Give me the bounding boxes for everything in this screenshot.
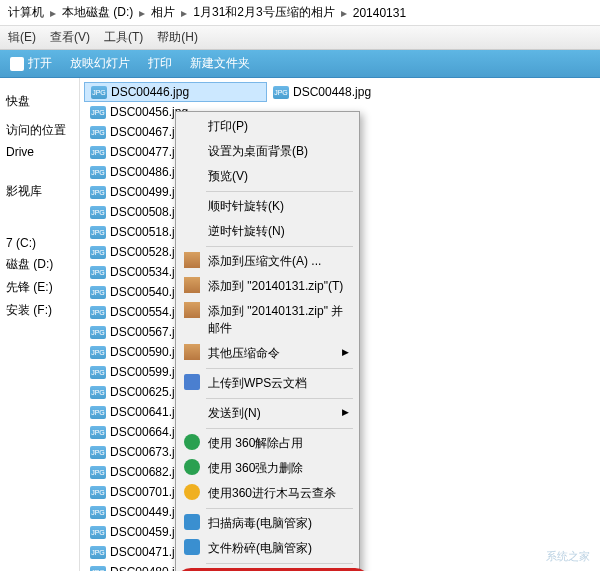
open-icon: [10, 57, 24, 71]
toolbar-slideshow[interactable]: 放映幻灯片: [70, 55, 130, 72]
toolbar: 打开 放映幻灯片 打印 新建文件夹: [0, 50, 600, 78]
menu-view[interactable]: 查看(V): [50, 29, 90, 46]
image-file-icon: JPG: [90, 406, 106, 419]
file-label: DSC00446.jpg: [111, 85, 189, 99]
image-file-icon: JPG: [90, 146, 106, 159]
breadcrumb[interactable]: 计算机 ▸ 本地磁盘 (D:) ▸ 相片 ▸ 1月31和2月3号压缩的相片 ▸ …: [0, 0, 600, 26]
image-file-icon: JPG: [90, 126, 106, 139]
ic-archive-icon: [184, 344, 200, 360]
breadcrumb-item[interactable]: 1月31和2月3号压缩的相片: [193, 4, 334, 21]
context-menu-item[interactable]: 逆时针旋转(N): [178, 219, 357, 244]
image-file-icon: JPG: [273, 86, 289, 99]
image-file-icon: JPG: [90, 286, 106, 299]
watermark: 系统之家: [546, 549, 590, 564]
image-file-icon: JPG: [90, 186, 106, 199]
context-menu: 打印(P)设置为桌面背景(B)预览(V)顺时针旋转(K)逆时针旋转(N)添加到压…: [175, 111, 360, 571]
menu-separator: [206, 398, 353, 399]
ic-360-icon: [184, 459, 200, 475]
file-item[interactable]: JPGDSC00448.jpg: [267, 82, 450, 102]
breadcrumb-item[interactable]: 计算机: [8, 4, 44, 21]
context-menu-item[interactable]: 添加到 "20140131.zip" 并邮件: [178, 299, 357, 341]
menubar: 辑(E) 查看(V) 工具(T) 帮助(H): [0, 26, 600, 50]
sidebar-item[interactable]: Drive: [4, 142, 75, 162]
chevron-right-icon: ▸: [341, 6, 347, 20]
context-menu-item[interactable]: 发送到(N)▶: [178, 401, 357, 426]
chevron-right-icon: ▸: [139, 6, 145, 20]
menu-separator: [206, 508, 353, 509]
image-file-icon: JPG: [90, 266, 106, 279]
chevron-right-icon: ▸: [181, 6, 187, 20]
image-file-icon: JPG: [90, 306, 106, 319]
image-file-icon: JPG: [90, 466, 106, 479]
image-file-icon: JPG: [90, 346, 106, 359]
menu-separator: [206, 563, 353, 564]
image-file-icon: JPG: [90, 246, 106, 259]
sidebar-item[interactable]: 访问的位置: [4, 119, 75, 142]
menu-separator: [206, 191, 353, 192]
breadcrumb-item[interactable]: 本地磁盘 (D:): [62, 4, 133, 21]
image-file-icon: JPG: [90, 446, 106, 459]
sidebar-item[interactable]: 快盘: [4, 90, 75, 113]
context-menu-item[interactable]: 添加到 "20140131.zip"(T): [178, 274, 357, 299]
image-file-icon: JPG: [90, 326, 106, 339]
image-file-icon: JPG: [90, 486, 106, 499]
sidebar-item[interactable]: 7 (C:): [4, 233, 75, 253]
image-file-icon: JPG: [90, 106, 106, 119]
file-list-area[interactable]: JPGDSC00446.jpgJPGDSC00456.jpgJPGDSC0046…: [80, 78, 600, 571]
toolbar-newfolder[interactable]: 新建文件夹: [190, 55, 250, 72]
ic-360o-icon: [184, 484, 200, 500]
image-file-icon: JPG: [90, 426, 106, 439]
menu-help[interactable]: 帮助(H): [157, 29, 198, 46]
ic-archive-icon: [184, 277, 200, 293]
ic-tx-icon: [184, 514, 200, 530]
image-file-icon: JPG: [90, 226, 106, 239]
submenu-arrow-icon: ▶: [342, 347, 349, 357]
image-file-icon: JPG: [90, 546, 106, 559]
context-menu-item[interactable]: 设置为桌面背景(B): [178, 139, 357, 164]
breadcrumb-item[interactable]: 20140131: [353, 6, 406, 20]
image-file-icon: JPG: [90, 166, 106, 179]
context-menu-item[interactable]: 预览(V): [178, 164, 357, 189]
submenu-arrow-icon: ▶: [342, 407, 349, 417]
image-file-icon: JPG: [90, 366, 106, 379]
sidebar: 快盘访问的位置Drive影视库7 (C:)磁盘 (D:)先锋 (E:)安装 (F…: [0, 78, 80, 571]
context-menu-item[interactable]: 打印(P): [178, 114, 357, 139]
chevron-right-icon: ▸: [50, 6, 56, 20]
ic-archive-icon: [184, 252, 200, 268]
sidebar-item[interactable]: 影视库: [4, 180, 75, 203]
image-file-icon: JPG: [90, 506, 106, 519]
ic-wps-icon: [184, 374, 200, 390]
context-menu-item[interactable]: 剪切(T): [178, 566, 357, 571]
image-file-icon: JPG: [90, 206, 106, 219]
sidebar-item[interactable]: 磁盘 (D:): [4, 253, 75, 276]
context-menu-item[interactable]: 文件粉碎(电脑管家): [178, 536, 357, 561]
menu-separator: [206, 428, 353, 429]
context-menu-item[interactable]: 其他压缩命令▶: [178, 341, 357, 366]
ic-archive-icon: [184, 302, 200, 318]
menu-separator: [206, 246, 353, 247]
image-file-icon: JPG: [90, 526, 106, 539]
menu-tools[interactable]: 工具(T): [104, 29, 143, 46]
sidebar-item[interactable]: 先锋 (E:): [4, 276, 75, 299]
menu-edit[interactable]: 辑(E): [8, 29, 36, 46]
ic-360-icon: [184, 434, 200, 450]
context-menu-item[interactable]: 添加到压缩文件(A) ...: [178, 249, 357, 274]
context-menu-item[interactable]: 使用360进行木马云查杀: [178, 481, 357, 506]
menu-separator: [206, 368, 353, 369]
context-menu-item[interactable]: 使用 360强力删除: [178, 456, 357, 481]
image-file-icon: JPG: [90, 566, 106, 572]
context-menu-item[interactable]: 上传到WPS云文档: [178, 371, 357, 396]
sidebar-item[interactable]: 安装 (F:): [4, 299, 75, 322]
context-menu-item[interactable]: 扫描病毒(电脑管家): [178, 511, 357, 536]
toolbar-open[interactable]: 打开: [10, 55, 52, 72]
ic-tx-icon: [184, 539, 200, 555]
toolbar-print[interactable]: 打印: [148, 55, 172, 72]
file-label: DSC00448.jpg: [293, 85, 371, 99]
breadcrumb-item[interactable]: 相片: [151, 4, 175, 21]
context-menu-item[interactable]: 顺时针旋转(K): [178, 194, 357, 219]
image-file-icon: JPG: [90, 386, 106, 399]
context-menu-item[interactable]: 使用 360解除占用: [178, 431, 357, 456]
image-file-icon: JPG: [91, 86, 107, 99]
file-item[interactable]: JPGDSC00446.jpg: [84, 82, 267, 102]
